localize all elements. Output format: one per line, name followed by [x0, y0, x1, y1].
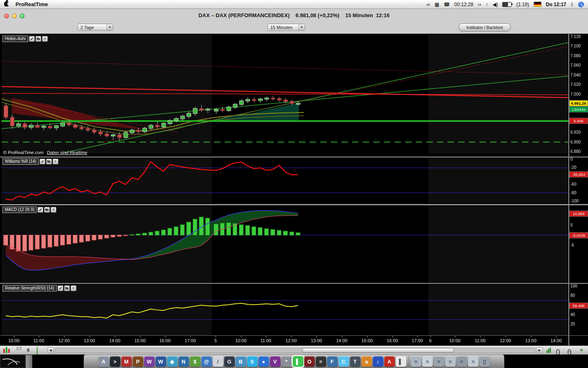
- time-tick: [430, 336, 431, 337]
- wrench-icon[interactable]: [38, 207, 43, 213]
- spotlight-icon[interactable]: [578, 2, 584, 7]
- dock-icon-doc-1[interactable]: ≡: [411, 356, 421, 367]
- desktop-corner-strip: [26, 355, 32, 368]
- time-tick: [316, 336, 317, 337]
- time-tick: [392, 336, 393, 337]
- grid-icon[interactable]: [37, 348, 38, 355]
- keypad-icon[interactable]: ▦: [434, 2, 439, 7]
- dock-icon-safari[interactable]: ●: [258, 356, 269, 367]
- dock-icon-prorealtime[interactable]: ▌: [293, 356, 303, 367]
- dock-icon-purple-app[interactable]: W: [144, 356, 155, 367]
- phone-icon[interactable]: ☎: [444, 2, 450, 7]
- rsi-chart-canvas[interactable]: [2, 284, 568, 335]
- dock-icon-violet-app[interactable]: V: [270, 356, 281, 367]
- dock-icon-doc-6[interactable]: ≡: [468, 356, 479, 367]
- dock-icon-amazon[interactable]: a: [361, 356, 372, 367]
- switch-arrows-icon[interactable]: ‹›: [478, 2, 481, 7]
- desktop-corner-thumbnail: [0, 355, 25, 368]
- wrench-icon[interactable]: [29, 36, 35, 42]
- range-dropdown[interactable]: 2 Tage ▼: [78, 24, 113, 31]
- time-axis-label: 10:00: [233, 338, 249, 343]
- price-chart-canvas[interactable]: [2, 34, 568, 154]
- dock-icon-slate-app[interactable]: T: [350, 356, 361, 367]
- dock-icon-settings[interactable]: *: [281, 356, 292, 367]
- app-menu-title[interactable]: ProRealTime: [16, 1, 48, 7]
- time-axis-label: 10:00: [6, 338, 22, 343]
- dock-icon-doc-2[interactable]: ≡: [422, 356, 433, 367]
- battery-icon[interactable]: [502, 2, 512, 7]
- dock-icon-red-o-app[interactable]: O: [304, 356, 315, 367]
- time-tick: [480, 336, 481, 337]
- call-timer[interactable]: 00:12:28: [454, 2, 473, 7]
- time-axis-label: 10:00: [447, 338, 463, 343]
- close-panel-icon[interactable]: ×: [51, 207, 56, 213]
- binoculars-icon[interactable]: ∞: [427, 2, 430, 7]
- rsi-panel-title: Relative Strength(RSI) (14): [2, 285, 57, 292]
- dock-icon-doc-3[interactable]: ≡: [434, 356, 444, 367]
- add-zoom-icon[interactable]: +: [580, 347, 583, 353]
- wrench-icon[interactable]: [58, 285, 63, 291]
- close-panel-icon[interactable]: ×: [71, 285, 76, 291]
- upload-icon[interactable]: ↑: [486, 2, 488, 7]
- menu-clock[interactable]: Do 12:17: [546, 2, 566, 7]
- dock-icon-gray-eq[interactable]: ≡: [316, 356, 326, 367]
- dock-icon-utility-brown[interactable]: P: [133, 356, 143, 367]
- dock-icon-textedit[interactable]: A: [98, 356, 109, 367]
- dock-icon-blue-f[interactable]: F: [327, 356, 338, 367]
- dock-icon-mail[interactable]: @: [201, 356, 212, 367]
- dock-icon-doc-5[interactable]: ≡: [457, 356, 467, 367]
- time-axis-label: 13:00: [523, 338, 539, 343]
- time-tick: [165, 336, 165, 337]
- dock-icon-dark-app[interactable]: G: [224, 356, 235, 367]
- folder-icon[interactable]: [44, 207, 50, 213]
- chart-zoom-bars-icon[interactable]: [546, 348, 551, 353]
- wrench-icon[interactable]: [40, 159, 45, 164]
- scroll-right-button[interactable]: ▶: [537, 347, 543, 353]
- zoom-in-icon[interactable]: +: [568, 348, 571, 355]
- close-panel-icon[interactable]: ×: [42, 36, 48, 42]
- german-flag-icon[interactable]: [534, 2, 541, 7]
- dock-icon-chart-doc[interactable]: ▌: [396, 356, 406, 367]
- volume-icon[interactable]: ◀): [492, 2, 498, 7]
- dock-icon-blue-diamond[interactable]: ◆: [167, 356, 178, 367]
- dock-icon-word[interactable]: W: [156, 356, 166, 367]
- indicator-backtest-button[interactable]: Indikator / Backtest: [459, 23, 511, 31]
- bluetooth-icon[interactable]: ᛒ: [571, 2, 574, 7]
- link-icon[interactable]: 8: [27, 348, 29, 352]
- dock-icon-acrobat[interactable]: A: [384, 356, 395, 367]
- dock-icon-blue-app[interactable]: B: [236, 356, 246, 367]
- dock-icon-ichat[interactable]: C: [339, 356, 349, 367]
- dock-icon-finance-green[interactable]: $: [190, 356, 200, 367]
- dock-icon-skype[interactable]: S: [247, 356, 258, 367]
- dock-icon-trash[interactable]: ▯: [479, 356, 490, 367]
- timeframe-dropdown[interactable]: 15 Minuten ▼: [267, 24, 305, 31]
- battery-time[interactable]: (1:19): [516, 2, 529, 7]
- chart-scrollbar-thumb[interactable]: [303, 348, 454, 352]
- williams-chart-canvas[interactable]: [2, 157, 568, 203]
- panel-separator: [0, 283, 588, 284]
- chart-style-icon[interactable]: [3, 347, 10, 353]
- dock-icon-itunes[interactable]: ♪: [373, 356, 383, 367]
- zoom-out-icon[interactable]: −: [556, 348, 560, 355]
- macd-chart-canvas[interactable]: [2, 206, 568, 283]
- rsi-panel-header: Relative Strength(RSI) (14) ×: [2, 285, 76, 292]
- time-tick: [140, 336, 140, 337]
- scroll-left-button[interactable]: ◀: [47, 347, 53, 353]
- folder-icon[interactable]: [36, 36, 41, 42]
- menu-bar-status: ∞ ▦ ☎ 00:12:28 ‹› ↑ ◀) (1:19) Do 12:17 ᛒ: [427, 2, 584, 7]
- close-panel-icon[interactable]: ×: [53, 159, 58, 164]
- dock-icon-pencil-app[interactable]: /: [213, 356, 223, 367]
- dock-icon-media-red[interactable]: M: [121, 356, 132, 367]
- folder-icon[interactable]: [64, 285, 70, 291]
- time-axis-label: 5: [207, 338, 224, 343]
- chart-scrollbar-track[interactable]: [55, 348, 536, 353]
- apple-menu[interactable]: [4, 1, 9, 8]
- panel-separator: [0, 204, 588, 205]
- dock-icon-navy-app[interactable]: N: [178, 356, 189, 367]
- time-axis-label: 6: [422, 338, 439, 343]
- dock-icon-terminal[interactable]: >: [110, 356, 120, 367]
- time-axis-label: 14:00: [107, 338, 123, 343]
- dock-icon-doc-4[interactable]: ≡: [445, 356, 456, 367]
- price-panel-header: Heikin-Ashi ×: [2, 36, 48, 42]
- folder-icon[interactable]: [46, 159, 52, 164]
